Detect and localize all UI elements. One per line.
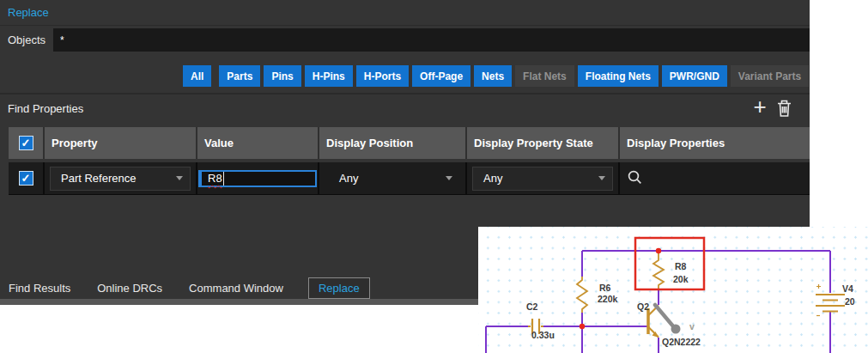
header-display-properties: Display Properties	[618, 127, 810, 159]
r6-ref-label: R6	[599, 283, 611, 293]
c2-value-label: 0.33u	[531, 330, 555, 340]
chevron-down-icon	[446, 176, 452, 180]
tab-command-window[interactable]: Command Window	[187, 277, 285, 299]
row-display-property-state-cell: Any	[465, 162, 618, 194]
filter-offpage-button[interactable]: Off-Page	[412, 65, 470, 87]
row-value-cell: R8	[196, 162, 318, 194]
q2-ref-label: Q2	[637, 301, 649, 312]
panel-title: Replace	[8, 6, 49, 19]
chevron-down-icon	[176, 176, 183, 180]
r8-value-label: 20k	[673, 274, 689, 284]
find-properties-row: ✓ Part Reference R8 Any Any	[9, 162, 810, 195]
filter-nets-button[interactable]: Nets	[474, 65, 512, 87]
title-divider	[0, 25, 810, 26]
filter-pins-button[interactable]: Pins	[264, 65, 300, 87]
bottom-tab-bar: Find Results Online DRCs Command Window …	[7, 276, 370, 299]
filter-parts-button[interactable]: Parts	[219, 65, 260, 87]
header-display-property-state: Display Property State	[465, 127, 618, 159]
tab-find-results[interactable]: Find Results	[7, 277, 72, 299]
objects-label: Objects	[8, 33, 46, 46]
row-property-cell: Part Reference	[43, 162, 196, 194]
tab-online-drcs[interactable]: Online DRCs	[95, 277, 164, 299]
row-select-cell: ✓	[9, 162, 43, 194]
search-icon[interactable]	[627, 169, 643, 188]
row-checkbox[interactable]: ✓	[19, 171, 33, 186]
header-value: Value	[196, 127, 318, 159]
highlight-box-r8	[635, 238, 704, 289]
schematic-canvas[interactable]: R6 220k R8 20k Q2 Q2N2222 C2 0.33u V4 20…	[478, 227, 868, 353]
header-select-all-cell: ✓	[9, 127, 43, 159]
filter-variant-parts-button[interactable]: Variant Parts	[731, 65, 809, 87]
objects-input[interactable]	[53, 28, 810, 52]
row-display-properties-cell	[618, 162, 810, 194]
filter-floating-nets-button[interactable]: Floating Nets	[578, 65, 659, 87]
filter-flat-nets-button[interactable]: Flat Nets	[515, 65, 574, 87]
filter-pwrgnd-button[interactable]: PWR/GND	[662, 65, 727, 87]
section-divider	[0, 93, 810, 94]
value-input[interactable]: R8	[198, 170, 317, 187]
delete-property-icon[interactable]	[775, 98, 793, 122]
resistor-r8-symbol[interactable]	[653, 253, 664, 289]
voltage-probe-icon[interactable]	[655, 305, 681, 334]
text-cursor	[223, 172, 224, 186]
display-position-dropdown[interactable]: Any	[325, 167, 460, 191]
transistor-q2-symbol[interactable]	[648, 306, 659, 338]
display-property-state-dropdown[interactable]: Any	[472, 167, 613, 191]
find-properties-header-row: ✓ Property Value Display Position Displa…	[9, 127, 810, 159]
resistor-r6-symbol[interactable]	[577, 277, 587, 313]
probe-label: v	[689, 321, 695, 332]
display-property-state-value: Any	[483, 172, 502, 185]
header-property: Property	[43, 127, 196, 159]
tab-replace[interactable]: Replace	[308, 277, 370, 299]
object-filter-row: All Parts Pins H-Pins H-Ports Off-Page N…	[183, 65, 810, 87]
add-property-icon[interactable]: +	[749, 95, 771, 119]
header-display-position: Display Position	[318, 127, 465, 159]
property-dropdown-value: Part Reference	[61, 172, 136, 185]
row-display-position-cell: Any	[318, 162, 465, 194]
find-properties-title: Find Properties	[8, 102, 83, 115]
r8-ref-label: R8	[675, 261, 687, 271]
value-input-text: R8	[208, 172, 222, 185]
v4-value-label: 20	[845, 296, 855, 307]
property-dropdown[interactable]: Part Reference	[50, 167, 191, 191]
v4-ref-label: V4	[842, 283, 853, 294]
select-all-checkbox[interactable]: ✓	[19, 136, 33, 150]
filter-all-button[interactable]: All	[183, 65, 211, 87]
chevron-down-icon	[598, 176, 605, 180]
r6-value-label: 220k	[598, 294, 618, 304]
c2-ref-label: C2	[526, 301, 538, 312]
display-position-value: Any	[339, 172, 358, 185]
filter-hpins-button[interactable]: H-Pins	[305, 65, 353, 87]
q2-part-label: Q2N2222	[662, 337, 701, 347]
filter-hports-button[interactable]: H-Ports	[356, 65, 409, 87]
